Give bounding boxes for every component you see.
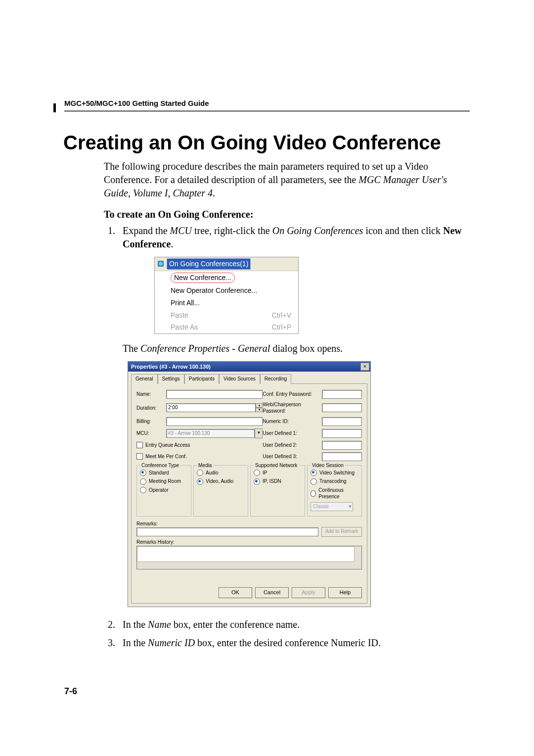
ctx-print-all[interactable]: Print All... [155,297,298,309]
cap1-c: dialog box opens. [270,343,343,354]
opt-continuous: Continuous Presence [318,487,358,500]
ctx-pasteas-label: Paste As [171,323,198,332]
network-title: Supported Network [254,462,299,469]
caption-dialog-opens: The Conference Properties - General dial… [123,342,470,355]
radio-standard[interactable] [140,470,146,476]
step-3: In the Numeric ID box, enter the desired… [118,636,470,650]
step2-c: box, enter the conference name. [171,619,300,630]
entry-queue-checkbox[interactable] [136,442,143,448]
radio-operator[interactable] [140,487,146,493]
conferences-icon [157,260,165,268]
help-button[interactable]: Help [328,587,362,598]
opt-transcoding: Transcoding [319,478,347,485]
ok-button[interactable]: OK [219,587,252,598]
remarks-field[interactable] [136,527,318,536]
history-label: Remarks History: [136,539,362,546]
procedure-steps: Expand the MCU tree, right-click the On … [104,224,470,650]
meet-me-label: Meet Me Per Conf. [145,453,187,460]
opt-ip: IP [263,470,267,476]
conf-entry-pwd-label: Conf. Entry Password: [263,391,322,398]
ctx-print-label: Print All... [171,298,200,308]
remarks-history[interactable] [136,546,362,569]
radio-continuous[interactable] [311,490,316,497]
cancel-button[interactable]: Cancel [255,587,289,598]
scrollbar-horizontal[interactable] [137,562,355,569]
tab-recording[interactable]: Recording [260,374,292,384]
web-pwd-field[interactable] [322,403,362,412]
classic-label: Classic [313,503,329,510]
chevron-down-icon[interactable]: ▼ [255,428,263,438]
opt-ip-isdn: IP, ISDN [263,478,281,485]
step1-e: icon and then click [363,225,443,236]
numeric-id-field[interactable] [322,417,362,426]
dialog-title-text: Properties (#3 - Arrow 100.130) [131,363,211,371]
close-icon[interactable]: × [360,363,369,371]
dialog-titlebar: Properties (#3 - Arrow 100.130) × [128,362,370,372]
name-field[interactable] [166,390,263,399]
ud3-field[interactable] [322,452,362,461]
step3-a: In the [123,637,148,648]
numeric-id-label: Numeric ID: [263,418,322,425]
billing-field[interactable] [166,417,263,426]
step3-b: Numeric ID [148,637,195,648]
cap1-b: Conference Properties - General [140,343,270,354]
opt-video-switching: Video Switching [319,470,355,476]
conference-type-group: Conference Type Standard Meeting Room Op… [136,465,191,517]
opt-operator: Operator [149,487,168,494]
ud2-field[interactable] [322,441,362,450]
radio-video-audio[interactable] [197,478,203,485]
ctx-new-operator-conference[interactable]: New Operator Conference... [155,284,298,297]
chevron-down-icon: ▼ [348,503,353,510]
context-menu-figure: On Going Conferences(1) New Conference..… [154,257,299,334]
dialog-panel: Name: Conf. Entry Password: Duration: [131,383,367,604]
network-group: Supported Network IP IP, ISDN [250,465,305,517]
ud1-field[interactable] [322,429,362,438]
step1-c: tree, right-click the [192,225,272,236]
dialog-button-row: OK Cancel Apply Help [136,587,362,598]
meet-me-checkbox[interactable] [136,453,143,460]
running-header: MGC+50/MGC+100 Getting Started Guide [64,99,470,112]
intro-line2c: . [213,188,215,198]
opt-meeting-room: Meeting Room [149,478,181,485]
tab-general[interactable]: General [131,374,158,384]
step1-d: On Going Conferences [272,225,363,236]
properties-dialog: Properties (#3 - Arrow 100.130) × Genera… [128,361,371,607]
body-content: The following procedure describes the ma… [104,160,470,650]
opt-audio: Audio [206,470,219,476]
ctx-new-conference[interactable]: New Conference... [155,271,298,284]
scrollbar-vertical[interactable] [354,546,361,569]
radio-transcoding[interactable] [311,478,317,485]
radio-video-switching[interactable] [311,470,317,476]
remarks-row: Add to Remark [136,527,362,537]
tree-node-row: On Going Conferences(1) [155,257,298,271]
tree-node-label[interactable]: On Going Conferences(1) [167,258,251,270]
opt-video-audio: Video, Audio [206,478,233,485]
radio-ip[interactable] [254,470,260,476]
duration-spinner[interactable]: ▲▼ [256,403,263,412]
remarks-label: Remarks: [136,520,362,527]
radio-audio[interactable] [197,470,203,476]
tab-settings[interactable]: Settings [158,374,184,384]
radio-ip-isdn[interactable] [254,478,260,485]
ud3-label: User Defined 3: [263,453,322,460]
step2-a: In the [123,619,148,630]
procedure-subhead: To create an On Going Conference: [104,208,470,221]
radio-meeting-room[interactable] [140,478,146,485]
step2-b: Name [148,619,171,630]
web-pwd-label: Web/Chairperson Password: [263,401,322,415]
tab-video-sources[interactable]: Video Sources [219,374,260,384]
tab-participants[interactable]: Participants [184,374,219,384]
step1-a: Expand the [123,225,170,236]
duration-field[interactable]: 2:00 [166,403,256,412]
opt-standard: Standard [149,470,169,476]
billing-label: Billing: [136,418,166,425]
media-group: Media Audio Video, Audio [193,465,248,517]
step-2: In the Name box, enter the conference na… [118,618,470,631]
conf-entry-pwd-field[interactable] [322,390,362,399]
change-bar [53,103,56,112]
video-session-title: Video Session [311,462,345,469]
add-to-remark-button: Add to Remark [321,527,362,537]
apply-button: Apply [292,587,325,598]
mcu-field[interactable]: #3 - Arrow 100.130 [166,429,255,438]
ctx-paste-label: Paste [171,311,188,320]
